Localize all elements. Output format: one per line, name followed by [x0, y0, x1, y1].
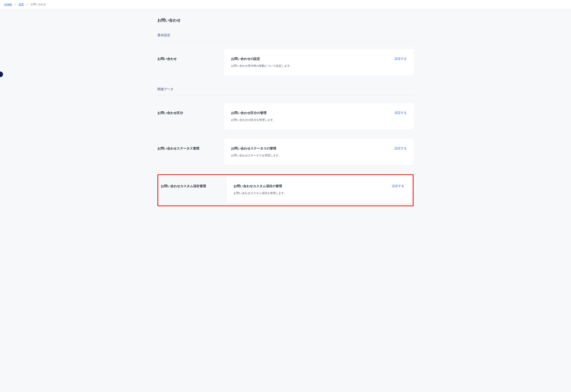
breadcrumb-current: お問い合わせ — [30, 3, 46, 6]
setting-card-desc: お問い合わせカスタム項目を管理します。 — [234, 191, 388, 195]
setting-card-title: お問い合わせステータスの管理 — [231, 146, 390, 151]
setting-action-custom[interactable]: 設定する — [392, 184, 404, 188]
setting-card-desc: お問い合わせステータスを管理します。 — [231, 154, 390, 158]
highlighted-region: お問い合わせカスタム項目管理 お問い合わせカスタム項目の管理 お問い合わせカスタ… — [157, 174, 414, 206]
setting-label-custom: お問い合わせカスタム項目管理 — [160, 176, 227, 188]
setting-card-title: お問い合わせの設定 — [231, 57, 390, 61]
setting-row-inquiry: お問い合わせ お問い合わせの設定 お問い合わせ受付時の挙動について設定します。 … — [157, 49, 414, 76]
breadcrumb-separator: > — [27, 3, 28, 6]
setting-card-custom: お問い合わせカスタム項目の管理 お問い合わせカスタム項目を管理します。 設定する — [227, 176, 411, 203]
breadcrumb-separator: > — [15, 3, 16, 6]
setting-label-inquiry: お問い合わせ — [157, 49, 224, 61]
setting-card-title: お問い合わせ区分の管理 — [231, 111, 390, 115]
breadcrumb-settings-link[interactable]: 設定 — [19, 3, 24, 6]
floating-button[interactable] — [0, 72, 3, 77]
breadcrumb: HOME > 設定 > お問い合わせ — [0, 0, 571, 9]
setting-row-custom: お問い合わせカスタム項目管理 お問い合わせカスタム項目の管理 お問い合わせカスタ… — [160, 176, 411, 203]
setting-card-category: お問い合わせ区分の管理 お問い合わせの区分を管理します。 設定する — [224, 103, 414, 130]
setting-action-inquiry[interactable]: 設定する — [395, 57, 407, 61]
setting-row-category: お問い合わせ区分 お問い合わせ区分の管理 お問い合わせの区分を管理します。 設定… — [157, 103, 414, 130]
setting-card-inquiry: お問い合わせの設定 お問い合わせ受付時の挙動について設定します。 設定する — [224, 49, 414, 76]
setting-card-title: お問い合わせカスタム項目の管理 — [234, 184, 388, 188]
setting-label-category: お問い合わせ区分 — [157, 103, 224, 115]
setting-card-status: お問い合わせステータスの管理 お問い合わせステータスを管理します。 設定する — [224, 139, 414, 165]
setting-row-status: お問い合わせステータス管理 お問い合わせステータスの管理 お問い合わせステータス… — [157, 139, 414, 165]
section-header-related: 関連データ — [157, 87, 414, 95]
setting-card-desc: お問い合わせの区分を管理します。 — [231, 118, 390, 122]
setting-card-desc: お問い合わせ受付時の挙動について設定します。 — [231, 64, 390, 68]
page-title: お問い合わせ — [157, 18, 414, 23]
breadcrumb-home-link[interactable]: HOME — [4, 3, 12, 6]
section-header-basic: 基本設定 — [157, 33, 414, 41]
setting-label-status: お問い合わせステータス管理 — [157, 139, 224, 151]
setting-action-status[interactable]: 設定する — [395, 146, 407, 150]
setting-action-category[interactable]: 設定する — [395, 111, 407, 115]
